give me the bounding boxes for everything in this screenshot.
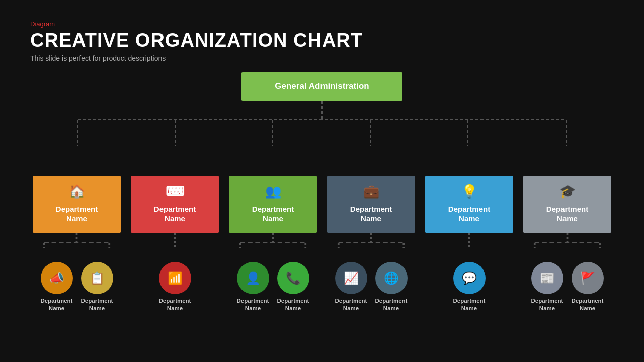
dept-name-4: Department Name xyxy=(350,204,392,224)
sub-circle-3-2: 📞 xyxy=(277,262,309,294)
sub-circle-4-2: 🌐 xyxy=(375,262,408,294)
dept-box-4[interactable]: 💼Department Name xyxy=(327,176,415,233)
dept-col-5: 💡Department Name💬Department Name xyxy=(423,176,516,312)
sub-label-4-2: Department Name xyxy=(375,297,408,312)
sub-row-6: 📰Department Name🚩Department Name xyxy=(531,262,604,312)
header-diagram: Diagram xyxy=(30,20,614,28)
header-subtitle: This slide is perfect for product descri… xyxy=(30,54,614,62)
sub-item-3-2[interactable]: 📞Department Name xyxy=(277,262,309,312)
dept-col-2: ⌨Department Name📶Department Name xyxy=(128,176,221,312)
sub-label-1-1: Department Name xyxy=(41,297,73,312)
sub-item-4-1[interactable]: 📈Department Name xyxy=(335,262,367,312)
dept-name-6: Department Name xyxy=(546,204,588,224)
dept-conn-svg-5 xyxy=(423,233,516,248)
dept-name-2: Department Name xyxy=(154,204,196,224)
connector-svg xyxy=(30,101,614,146)
dept-conn-svg-1 xyxy=(30,233,123,248)
dept-conn-svg-2 xyxy=(128,233,221,248)
sub-label-3-2: Department Name xyxy=(277,297,309,312)
sub-row-3: 👤Department Name📞Department Name xyxy=(237,262,309,312)
org-chart: General Administration 🏠Department Name📣… xyxy=(30,72,614,312)
sub-circle-1-2: 📋 xyxy=(81,262,113,294)
dept-box-1[interactable]: 🏠Department Name xyxy=(33,176,121,233)
sub-circle-3-1: 👤 xyxy=(237,262,269,294)
sub-circle-6-1: 📰 xyxy=(531,262,564,294)
sub-circle-5-1: 💬 xyxy=(453,262,486,294)
sub-row-4: 📈Department Name🌐Department Name xyxy=(335,262,408,312)
sub-item-1-2[interactable]: 📋Department Name xyxy=(81,262,113,312)
dept-name-1: Department Name xyxy=(56,204,98,224)
slide: Diagram CREATIVE ORGANIZATION CHART This… xyxy=(0,0,644,362)
top-node-label: General Administration xyxy=(275,81,369,91)
dept-icon-3: 👥 xyxy=(265,183,281,200)
sub-circle-1-1: 📣 xyxy=(41,262,73,294)
sub-row-5: 💬Department Name xyxy=(453,262,486,312)
dept-col-4: 💼Department Name📈Department Name🌐Departm… xyxy=(325,176,418,312)
sub-circle-4-1: 📈 xyxy=(335,262,367,294)
dept-icon-5: 💡 xyxy=(461,183,477,200)
sub-label-5-1: Department Name xyxy=(453,297,486,312)
dept-box-2[interactable]: ⌨Department Name xyxy=(131,176,219,233)
dept-icon-2: ⌨ xyxy=(166,183,185,200)
sub-label-1-2: Department Name xyxy=(81,297,113,312)
sub-label-2-1: Department Name xyxy=(159,297,191,312)
top-node: General Administration xyxy=(242,72,403,101)
sub-item-4-2[interactable]: 🌐Department Name xyxy=(375,262,408,312)
dept-icon-6: 🎓 xyxy=(559,183,576,200)
top-node-wrapper: General Administration xyxy=(30,72,614,101)
sub-label-3-1: Department Name xyxy=(237,297,269,312)
sub-label-4-1: Department Name xyxy=(335,297,367,312)
sub-item-5-1[interactable]: 💬Department Name xyxy=(453,262,486,312)
sub-item-6-1[interactable]: 📰Department Name xyxy=(531,262,564,312)
dept-box-5[interactable]: 💡Department Name xyxy=(425,176,513,233)
sub-item-6-2[interactable]: 🚩Department Name xyxy=(572,262,604,312)
header-title: CREATIVE ORGANIZATION CHART xyxy=(30,30,614,51)
sub-circle-2-1: 📶 xyxy=(159,262,191,294)
dept-box-6[interactable]: 🎓Department Name xyxy=(523,176,611,233)
departments-row: 🏠Department Name📣Department Name📋Departm… xyxy=(30,176,614,312)
dept-conn-svg-3 xyxy=(226,233,319,248)
dept-conn-svg-6 xyxy=(521,233,614,248)
sub-label-6-1: Department Name xyxy=(531,297,564,312)
sub-row-1: 📣Department Name📋Department Name xyxy=(41,262,113,312)
dept-name-5: Department Name xyxy=(448,204,490,224)
sub-label-6-2: Department Name xyxy=(572,297,604,312)
sub-circle-6-2: 🚩 xyxy=(572,262,604,294)
sub-row-2: 📶Department Name xyxy=(159,262,191,312)
dept-col-1: 🏠Department Name📣Department Name📋Departm… xyxy=(30,176,123,312)
dept-box-3[interactable]: 👥Department Name xyxy=(229,176,317,233)
dept-name-3: Department Name xyxy=(252,204,294,224)
dept-col-3: 👥Department Name👤Department Name📞Departm… xyxy=(226,176,319,312)
dept-icon-1: 🏠 xyxy=(69,183,85,200)
sub-item-2-1[interactable]: 📶Department Name xyxy=(159,262,191,312)
dept-col-6: 🎓Department Name📰Department Name🚩Departm… xyxy=(521,176,614,312)
sub-item-1-1[interactable]: 📣Department Name xyxy=(41,262,73,312)
dept-conn-svg-4 xyxy=(325,233,418,248)
dept-icon-4: 💼 xyxy=(363,183,379,200)
sub-item-3-1[interactable]: 👤Department Name xyxy=(237,262,269,312)
